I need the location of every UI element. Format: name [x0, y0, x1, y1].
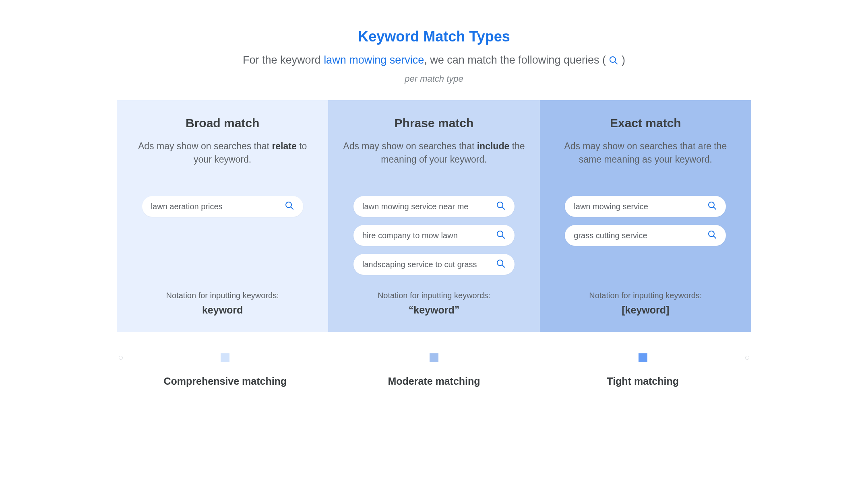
exact-notation-label: Notation for inputting keywords: — [552, 291, 739, 300]
query-pill: lawn mowing service — [565, 196, 726, 217]
subtitle-close: ) — [618, 54, 625, 66]
scale-marker-tight — [639, 353, 647, 362]
phrase-notation-value: “keyword” — [340, 304, 527, 316]
column-broad-match: Broad match Ads may show on searches tha… — [117, 100, 328, 332]
svg-line-11 — [714, 207, 716, 210]
scale-labels: Comprehensive matching Moderate matching… — [121, 375, 747, 387]
query-text: lawn mowing service — [574, 202, 648, 211]
subtitle-prefix: For the keyword — [243, 54, 324, 66]
broad-queries-list: lawn aeration prices — [129, 196, 316, 275]
magnifier-icon — [285, 201, 294, 212]
query-text: landscaping service to cut grass — [362, 260, 477, 269]
subtitle: For the keyword lawn mowing service, we … — [117, 54, 751, 68]
page-title: Keyword Match Types — [117, 28, 751, 45]
magnifier-icon — [496, 230, 506, 241]
query-pill: landscaping service to cut grass — [353, 254, 515, 275]
broad-notation-value: keyword — [129, 304, 316, 316]
scale-label-moderate: Moderate matching — [330, 375, 539, 387]
query-pill: lawn mowing service near me — [353, 196, 515, 217]
query-pill: lawn aeration prices — [142, 196, 303, 217]
magnifier-icon — [496, 259, 506, 270]
scale-label-comprehensive: Comprehensive matching — [121, 375, 330, 387]
exact-match-description: Ads may show on searches that are the sa… — [552, 140, 739, 180]
column-phrase-match: Phrase match Ads may show on searches th… — [328, 100, 539, 332]
exact-notation-value: [keyword] — [552, 304, 739, 316]
magnifier-icon — [707, 201, 717, 212]
query-text: lawn mowing service near me — [362, 202, 468, 211]
magnifier-icon — [496, 201, 506, 212]
phrase-match-description: Ads may show on searches that include th… — [340, 140, 527, 180]
query-pill: grass cutting service — [565, 225, 726, 246]
magnifier-icon — [707, 230, 717, 241]
phrase-match-title: Phrase match — [340, 116, 527, 130]
match-types-container: Broad match Ads may show on searches tha… — [117, 100, 751, 332]
match-scale — [121, 352, 747, 363]
scale-endpoint-right — [745, 356, 749, 360]
svg-line-13 — [714, 236, 716, 239]
scale-marker-moderate — [430, 353, 438, 362]
broad-match-title: Broad match — [129, 116, 316, 130]
svg-line-3 — [291, 207, 293, 210]
svg-line-5 — [502, 207, 504, 210]
exact-queries-list: lawn mowing service grass cutting servic… — [552, 196, 739, 275]
subtitle-per-type: per match type — [117, 74, 751, 84]
svg-line-7 — [502, 236, 504, 239]
phrase-notation-label: Notation for inputting keywords: — [340, 291, 527, 300]
query-text: lawn aeration prices — [151, 202, 223, 211]
subtitle-keyword: lawn mowing service — [324, 54, 424, 66]
scale-marker-comprehensive — [221, 353, 229, 362]
broad-match-description: Ads may show on searches that relate to … — [129, 140, 316, 180]
scale-label-tight: Tight matching — [538, 375, 747, 387]
query-text: hire company to mow lawn — [362, 231, 458, 240]
magnifier-icon — [609, 56, 618, 68]
scale-endpoint-left — [119, 356, 123, 360]
phrase-queries-list: lawn mowing service near me hire company… — [340, 196, 527, 275]
subtitle-suffix: , we can match the following queries ( — [424, 54, 609, 66]
query-pill: hire company to mow lawn — [353, 225, 515, 246]
header: Keyword Match Types For the keyword lawn… — [117, 28, 751, 84]
query-text: grass cutting service — [574, 231, 647, 240]
exact-match-title: Exact match — [552, 116, 739, 130]
broad-notation-label: Notation for inputting keywords: — [129, 291, 316, 300]
svg-line-1 — [615, 62, 618, 64]
svg-line-9 — [502, 265, 504, 268]
column-exact-match: Exact match Ads may show on searches tha… — [540, 100, 751, 332]
